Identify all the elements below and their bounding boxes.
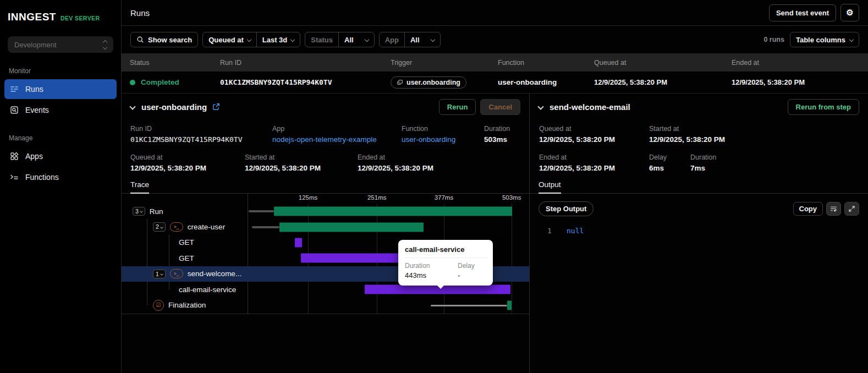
column-header-ended-at: Ended at xyxy=(732,59,868,67)
span-bar[interactable] xyxy=(301,254,407,263)
chevron-down-icon xyxy=(247,37,251,42)
line-number: 1 xyxy=(547,227,567,235)
tooltip-delay-label: Delay xyxy=(458,262,486,270)
status-dot xyxy=(130,80,135,85)
environment-select-value: Development xyxy=(14,41,57,49)
code-value: null xyxy=(567,227,584,235)
tab-trace[interactable]: Trace xyxy=(130,180,149,194)
queue-segment xyxy=(249,210,274,212)
cancel-button[interactable]: Cancel xyxy=(480,99,520,115)
run-id-label: Run ID xyxy=(130,125,272,133)
started-at-label: Started at xyxy=(245,153,358,161)
collapse-chevron-icon[interactable] xyxy=(129,103,135,109)
span-bar[interactable] xyxy=(279,222,424,232)
step-title: send-welcome-email xyxy=(550,102,630,112)
function-value: user-onboarding xyxy=(498,78,594,86)
show-search-label: Show search xyxy=(148,36,192,44)
external-link-icon[interactable] xyxy=(212,103,220,111)
step-run-icon: >_ xyxy=(170,269,183,278)
show-search-button[interactable]: Show search xyxy=(130,32,198,47)
function-link[interactable]: user-onboarding xyxy=(402,135,484,144)
functions-icon xyxy=(10,173,19,182)
trace-waterfall: 125ms 251ms 377ms 503ms 3 Run xyxy=(122,194,529,314)
span-bar[interactable] xyxy=(295,238,302,247)
app-filter-dropdown[interactable]: All xyxy=(404,32,440,47)
runs-count: 0 runs xyxy=(763,36,784,43)
chevron-down-icon xyxy=(849,37,854,42)
column-header-status: Status xyxy=(130,59,220,67)
run-id-value: 01KC1ZMSBNY9ZQT415RP94K0TV xyxy=(220,78,391,86)
expand-button[interactable] xyxy=(844,202,859,216)
send-test-event-button[interactable]: Send test event xyxy=(769,4,836,21)
started-at-value: 12/9/2025, 5:38:20 PM xyxy=(245,164,358,172)
events-icon xyxy=(10,106,19,114)
span-bar[interactable] xyxy=(507,300,512,310)
inngest-logo: INNGEST xyxy=(8,11,56,23)
tooltip-duration-value: 443ms xyxy=(405,271,458,279)
ended-at-value: 12/9/2025, 5:38:20 PM xyxy=(539,164,649,172)
status-filter-label: Status xyxy=(305,32,338,47)
sidebar-item-label: Runs xyxy=(25,85,43,94)
queue-segment xyxy=(431,305,507,306)
trace-row-run[interactable]: 3 Run xyxy=(122,204,529,219)
tab-output[interactable]: Output xyxy=(539,180,561,194)
chevron-down-icon xyxy=(290,37,295,42)
output-toolbar: Step Output Copy xyxy=(530,196,868,221)
expand-icon xyxy=(848,205,855,212)
details-split: user-onboarding Rerun Cancel Run ID01KC1… xyxy=(122,94,868,373)
axis-tick: 377ms xyxy=(435,194,454,201)
sidebar-section-monitor: Monitor xyxy=(9,67,112,75)
word-wrap-button[interactable] xyxy=(826,202,841,216)
queue-segment xyxy=(252,226,279,228)
status-filter-group: Status All xyxy=(305,32,374,47)
collapse-count-toggle[interactable]: 3 xyxy=(133,207,145,216)
span-bar[interactable] xyxy=(274,207,512,216)
output-code: 1 null xyxy=(530,221,868,235)
queued-at-value: 12/9/2025, 5:38:20 PM xyxy=(594,78,732,86)
event-icon xyxy=(397,79,403,86)
table-row[interactable]: Completed 01KC1ZMSBNY9ZQT415RP94K0TV use… xyxy=(122,72,868,94)
search-icon xyxy=(136,36,144,43)
run-title: user-onboarding xyxy=(141,102,207,112)
settings-button[interactable]: ⚙ xyxy=(840,4,859,21)
app-filter-group: App All xyxy=(379,32,441,47)
column-header-queued-at: Queued at xyxy=(594,59,732,67)
copy-button[interactable]: Copy xyxy=(793,202,823,216)
axis-tick: 503ms xyxy=(502,194,521,201)
dev-server-badge: DEV SERVER xyxy=(61,15,100,21)
sidebar-item-events[interactable]: Events xyxy=(4,100,117,120)
table-columns-dropdown[interactable]: Table columns xyxy=(790,32,859,47)
sidebar-item-functions[interactable]: Functions xyxy=(4,167,117,187)
table-header: Status Run ID Trigger Function Queued at… xyxy=(122,53,868,72)
environment-select[interactable]: Development xyxy=(8,36,113,53)
trigger-badge[interactable]: user.onboarding xyxy=(391,76,466,89)
rerun-from-step-button[interactable]: Rerun from step xyxy=(788,99,859,115)
page-title: Runs xyxy=(130,8,150,18)
duration-label: Duration xyxy=(690,153,859,161)
rerun-button[interactable]: Rerun xyxy=(439,99,476,115)
apps-icon xyxy=(10,152,19,161)
collapse-count-toggle[interactable]: 1 xyxy=(153,270,166,279)
step-run-icon: >_ xyxy=(170,222,183,232)
app-link[interactable]: nodejs-open-telemetry-example xyxy=(272,135,402,144)
finalization-icon: ☑ xyxy=(153,300,164,311)
trace-row-label: GET xyxy=(179,238,194,246)
sidebar-item-apps[interactable]: Apps xyxy=(4,146,117,166)
step-output-badge: Step Output xyxy=(539,201,594,216)
status-filter-dropdown[interactable]: All xyxy=(338,32,374,47)
chevron-down-icon xyxy=(364,37,369,42)
collapse-chevron-icon[interactable] xyxy=(537,103,543,109)
sidebar-item-label: Events xyxy=(25,106,49,114)
span-tooltip: call-email-service Duration Delay 443ms … xyxy=(398,240,493,286)
duration-value: 503ms xyxy=(484,135,520,144)
select-chevrons-icon xyxy=(103,41,107,49)
queued-at-dropdown[interactable]: Queued at xyxy=(203,32,256,47)
time-range-dropdown[interactable]: Last 3d xyxy=(256,32,300,47)
queued-at-value: 12/9/2025, 5:38:20 PM xyxy=(539,135,649,144)
trace-row-finalization[interactable]: ☑ Finalization xyxy=(122,297,529,312)
collapse-count-toggle[interactable]: 2 xyxy=(153,222,166,232)
trace-row-create-user[interactable]: 2 >_ create-user xyxy=(122,219,529,234)
app: INNGEST DEV SERVER Development Monitor R… xyxy=(0,0,868,373)
sidebar-item-runs[interactable]: Runs xyxy=(4,79,117,99)
started-at-value: 12/9/2025, 5:38:20 PM xyxy=(649,135,859,144)
